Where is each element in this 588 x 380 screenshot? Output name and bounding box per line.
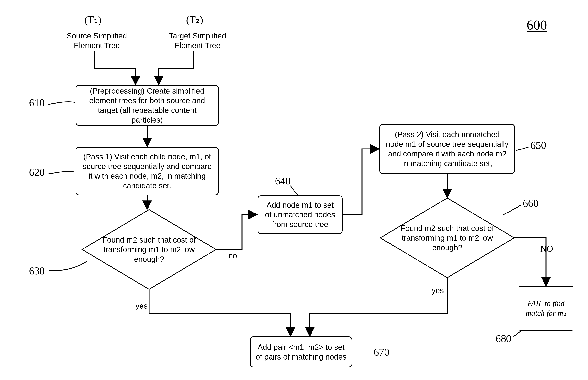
node-680-text: FAIL to find match for m₁ [525,299,567,318]
svg-marker-0 [82,210,216,289]
node-670: Add pair <m1, m2> to set of pairs of mat… [250,337,352,367]
input-t2-label: Target Simplified Element Tree [165,31,231,50]
ref-660: 660 [523,197,538,209]
ref-610: 610 [29,97,45,109]
input-t1-label: Source Simplified Element Tree [64,31,130,50]
node-650-text: (Pass 2) Visit each unmatched node m1 of… [385,130,509,168]
ref-650: 650 [530,139,546,151]
edge-630-no: no [229,251,237,260]
node-680: FAIL to find match for m₁ [519,286,573,331]
svg-marker-1 [380,198,514,278]
ref-670: 670 [374,346,389,358]
ref-680: 680 [496,333,511,345]
edge-630-yes: yes [136,302,147,310]
node-610-text: (Preprocessing) Create simplified elemen… [81,86,213,125]
node-620: (Pass 1) Visit each child node, m1, of s… [76,147,219,195]
node-670-text: Add pair <m1, m2> to set of pairs of mat… [255,342,347,362]
node-620-text: (Pass 1) Visit each child node, m1, of s… [81,152,213,190]
flowchart-canvas: 600 (T₁) Source Simplified Element Tree … [0,0,588,380]
node-640-text: Add node m1 to set of unmatched nodes fr… [263,200,337,229]
edge-660-no: NO [540,244,553,254]
input-t2-symbol: (T₂) [183,14,206,26]
node-650: (Pass 2) Visit each unmatched node m1 of… [379,124,515,174]
ref-630: 630 [29,265,45,277]
node-610: (Preprocessing) Create simplified elemen… [76,85,219,126]
ref-640: 640 [275,175,291,187]
figure-ref-600: 600 [527,18,547,33]
input-t1-symbol: (T₁) [81,14,105,26]
node-640: Add node m1 to set of unmatched nodes fr… [257,195,343,234]
ref-620: 620 [29,166,45,178]
node-660 [379,197,515,279]
edge-660-yes: yes [432,286,444,295]
node-630 [81,209,217,290]
